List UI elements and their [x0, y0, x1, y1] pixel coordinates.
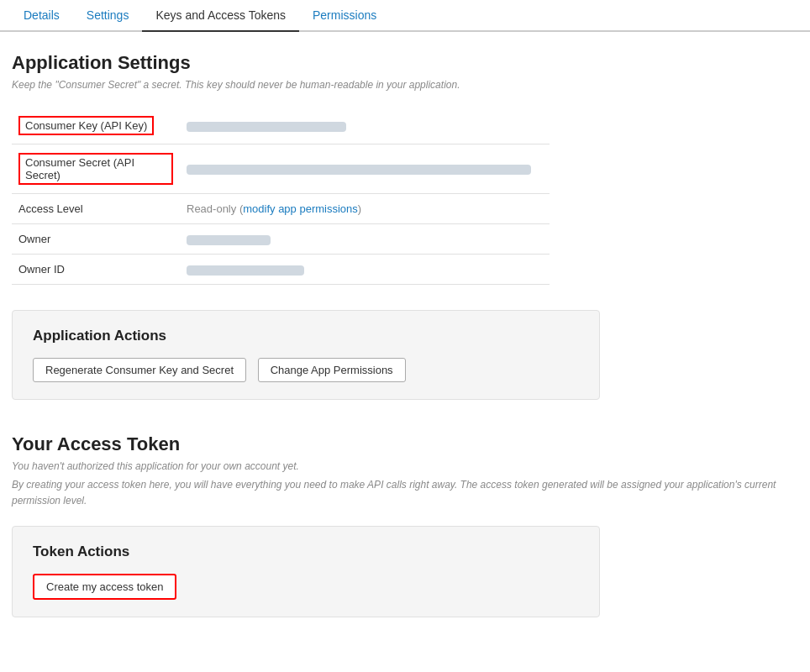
owner-id-value — [187, 265, 304, 276]
consumer-key-row: Consumer Key (API Key) — [12, 108, 550, 144]
create-access-token-button[interactable]: Create my access token — [33, 574, 176, 600]
main-content: Application Settings Keep the "Consumer … — [0, 52, 810, 651]
access-level-value: Read-only — [187, 202, 236, 215]
access-level-label: Access Level — [18, 202, 83, 215]
consumer-secret-label: Consumer Secret (API Secret) — [18, 153, 173, 185]
owner-label: Owner — [18, 233, 50, 245]
access-token-info-line1: You haven't authorized this application … — [12, 460, 798, 472]
token-actions-heading: Token Actions — [33, 543, 579, 560]
owner-row: Owner — [12, 224, 550, 255]
app-settings-heading: Application Settings — [12, 52, 798, 74]
access-token-heading: Your Access Token — [12, 433, 798, 455]
access-level-paren-close: ) — [358, 202, 361, 215]
token-actions-box: Token Actions Create my access token — [12, 526, 600, 617]
owner-id-row: Owner ID — [12, 255, 550, 285]
consumer-key-label: Consumer Key (API Key) — [18, 116, 154, 135]
change-app-permissions-button[interactable]: Change App Permissions — [258, 358, 406, 382]
application-actions-heading: Application Actions — [33, 328, 579, 344]
settings-table: Consumer Key (API Key) Consumer Secret (… — [12, 108, 550, 285]
owner-value — [187, 235, 271, 245]
consumer-key-value — [187, 122, 346, 132]
modify-permissions-link[interactable]: modify app permissions — [243, 202, 358, 215]
regenerate-consumer-key-button[interactable]: Regenerate Consumer Key and Secret — [33, 358, 246, 382]
tab-settings[interactable]: Settings — [73, 0, 143, 32]
consumer-secret-row: Consumer Secret (API Secret) — [12, 144, 550, 194]
app-settings-subtitle: Keep the "Consumer Secret" a secret. Thi… — [12, 79, 798, 91]
tab-bar: Details Settings Keys and Access Tokens … — [0, 0, 810, 32]
tab-details[interactable]: Details — [10, 0, 73, 32]
application-actions-box: Application Actions Regenerate Consumer … — [12, 310, 600, 400]
access-level-row: Access Level Read-only (modify app permi… — [12, 194, 550, 224]
tab-keys-access-tokens[interactable]: Keys and Access Tokens — [142, 0, 299, 32]
consumer-secret-value — [187, 165, 531, 175]
owner-id-label: Owner ID — [18, 263, 65, 276]
access-token-info-line2: By creating your access token here, you … — [12, 477, 785, 509]
tab-permissions[interactable]: Permissions — [299, 0, 390, 32]
